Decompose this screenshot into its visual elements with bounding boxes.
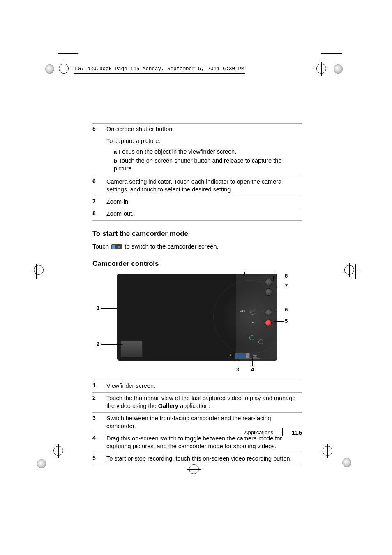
camera-switch-icon: ⇄	[227, 353, 233, 359]
sub-step-letter: a	[114, 149, 117, 155]
callout-number: 2	[97, 341, 99, 347]
row-number: 5	[92, 455, 106, 463]
page-number: 115	[292, 429, 302, 436]
section-heading: Camcorder controls	[92, 260, 302, 268]
table-row: 6 Camera setting indicator. Touch each i…	[92, 176, 302, 196]
row-number: 1	[92, 382, 106, 390]
setting-dot	[249, 335, 254, 340]
camcorder-controls-table: 1 Viewfinder screen. 2 Touch the thumbna…	[92, 380, 302, 465]
sub-step-text: Touch the on-screen shutter button and r…	[114, 157, 281, 172]
last-video-thumbnail	[120, 341, 143, 357]
camcorder-mode-tile	[235, 353, 245, 359]
table-row: 1 Viewfinder screen.	[92, 380, 302, 393]
row-text: Viewfinder screen.	[106, 382, 302, 390]
page-content: 5 On-screen shutter button. To capture a…	[92, 123, 302, 465]
row-text: Zoom-out.	[106, 210, 302, 218]
register-target-icon	[189, 464, 199, 474]
callout-number: 5	[285, 318, 288, 324]
row-number: 6	[92, 178, 106, 194]
off-label: OFF	[240, 309, 246, 313]
page-footer: Applications 115	[92, 428, 302, 436]
zoom-in-button	[265, 288, 272, 296]
body-text-fragment: to switch to the camcorder screen.	[123, 243, 219, 250]
mode-switch-bar: ⇄	[227, 353, 260, 359]
print-dial-icon	[45, 64, 54, 74]
row-number: 4	[92, 435, 106, 451]
table-row: 5 On-screen shutter button. To capture a…	[92, 123, 302, 176]
row-text: Camera setting indicator. Touch each ind…	[106, 178, 302, 194]
row-text: To start or stop recording, touch this o…	[106, 455, 302, 463]
mode-handle	[245, 353, 249, 359]
print-job-header: LG7_bk0.book Page 115 Monday, September …	[74, 66, 245, 74]
table-row: 8 Zoom-out.	[92, 208, 302, 221]
callout-number: 4	[251, 366, 254, 373]
camera-controls-table-continued: 5 On-screen shutter button. To capture a…	[92, 123, 302, 221]
body-text-fragment: Touch	[92, 243, 111, 250]
camera-mode-tile	[249, 353, 260, 359]
callout-number: 7	[285, 283, 288, 289]
row-number: 2	[92, 394, 106, 410]
gallery-app-name: Gallery	[158, 403, 178, 409]
table-row: 5 To start or stop recording, touch this…	[92, 453, 302, 465]
row-number: 8	[92, 210, 106, 218]
callout-number: 1	[97, 305, 99, 311]
setting-dot	[250, 310, 255, 315]
setting-indicator	[265, 309, 272, 316]
row-text: Drag this on-screen switch to toggle bet…	[106, 435, 302, 451]
camcorder-switch-icon	[111, 244, 122, 249]
camcorder-figure: • OFF ⇄ 1 2 3 4 8 7 6 5	[92, 272, 302, 373]
footer-separator	[282, 428, 283, 436]
row-text: Zoom-in.	[106, 198, 302, 206]
zoom-out-button	[265, 279, 272, 286]
print-dial-icon	[37, 459, 46, 468]
register-target-icon	[316, 64, 326, 74]
row-text: Switch between the front-facing camcorde…	[106, 415, 302, 431]
record-button	[265, 320, 272, 326]
row-text: On-screen shutter button.	[106, 125, 302, 134]
print-dial-icon	[334, 64, 343, 74]
row-number: 5	[92, 125, 106, 174]
row-text: Touch the thumbnail view of the last cap…	[106, 394, 302, 410]
register-target-icon	[53, 446, 63, 456]
callout-number: 3	[236, 366, 239, 373]
print-dial-icon	[342, 458, 351, 467]
body-text: Touch to switch to the camcorder screen.	[92, 242, 302, 251]
table-row: 2 Touch the thumbnail view of the last c…	[92, 393, 302, 413]
register-target-icon	[323, 446, 332, 456]
table-row: 4 Drag this on-screen switch to toggle b…	[92, 433, 302, 453]
sub-step-text: Focus on the object in the viewfinder sc…	[118, 148, 236, 155]
row-number: 7	[92, 198, 106, 206]
sub-step-letter: b	[114, 158, 117, 164]
footer-section-label: Applications	[244, 429, 273, 435]
register-target-icon	[59, 64, 69, 74]
section-heading: To start the camcorder mode	[92, 230, 302, 238]
callout-number: 6	[285, 306, 288, 313]
row-number: 3	[92, 415, 106, 431]
flash-label: •	[252, 321, 254, 325]
table-row: 7 Zoom-in.	[92, 196, 302, 209]
camcorder-screenshot: • OFF ⇄	[117, 274, 277, 361]
callout-number: 8	[285, 273, 288, 279]
setting-dot	[258, 339, 263, 344]
row-text: To capture a picture:	[106, 137, 302, 145]
